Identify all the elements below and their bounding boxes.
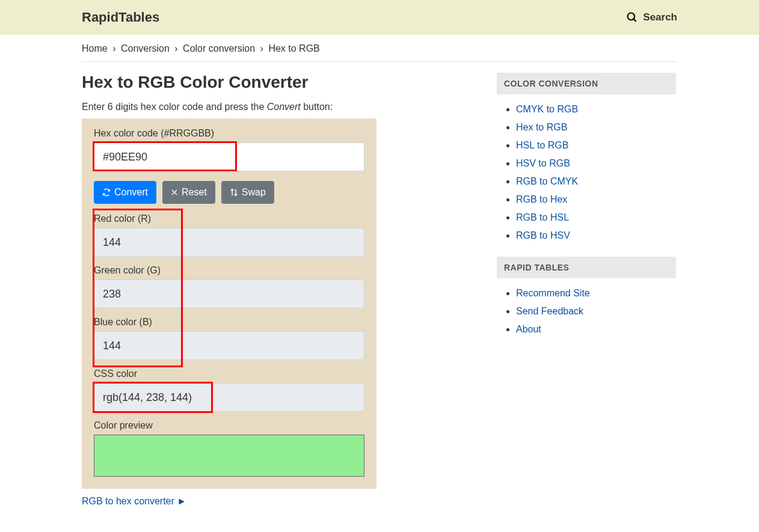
breadcrumb-sep: › [110, 43, 118, 54]
svg-point-0 [628, 13, 635, 20]
hex-label: Hex color code (#RRGGBB) [94, 128, 364, 139]
hex-input[interactable] [94, 142, 364, 171]
sidebar-link[interactable]: Recommend Site [516, 288, 590, 298]
sidebar-link[interactable]: HSV to RGB [516, 158, 570, 168]
green-output [94, 280, 364, 308]
sidebar-link[interactable]: CMYK to RGB [516, 104, 578, 114]
breadcrumb-sep: › [258, 43, 266, 54]
close-icon [171, 189, 178, 196]
sidebar-link[interactable]: RGB to Hex [516, 194, 567, 204]
breadcrumb-home[interactable]: Home [82, 43, 108, 54]
green-label: Green color (G) [94, 265, 364, 276]
sidebar-link[interactable]: RGB to HSL [516, 212, 569, 222]
blue-label: Blue color (B) [94, 317, 364, 328]
breadcrumb: Home › Conversion › Color conversion › H… [82, 35, 677, 62]
converter-panel: Hex color code (#RRGGBB) Convert Reset [82, 118, 376, 489]
sidebar-header-rapid: RAPID TABLES [497, 257, 676, 278]
convert-button[interactable]: Convert [94, 181, 156, 204]
refresh-icon [102, 188, 111, 197]
search-label: Search [643, 11, 677, 23]
swap-button[interactable]: Swap [221, 181, 274, 204]
preview-label: Color preview [94, 420, 364, 431]
color-preview [94, 435, 364, 477]
breadcrumb-color-conversion[interactable]: Color conversion [183, 43, 255, 54]
rgb-to-hex-link[interactable]: RGB to hex converter ► [82, 496, 186, 506]
breadcrumb-current: Hex to RGB [268, 43, 319, 54]
breadcrumb-conversion[interactable]: Conversion [121, 43, 170, 54]
sidebar-rapid-list: Recommend Site Send Feedback About [497, 278, 676, 350]
sidebar-link[interactable]: RGB to HSV [516, 230, 570, 240]
swap-icon [230, 188, 238, 197]
topbar: RapidTables Search [0, 0, 759, 35]
red-output [94, 228, 364, 257]
brand-logo[interactable]: RapidTables [82, 10, 159, 25]
css-label: CSS color [94, 368, 364, 379]
blue-output [94, 331, 364, 360]
page-title: Hex to RGB Color Converter [82, 73, 479, 92]
breadcrumb-sep: › [172, 43, 180, 54]
sidebar-link[interactable]: Hex to RGB [516, 122, 567, 132]
sidebar-link[interactable]: HSL to RGB [516, 140, 568, 150]
search-icon [626, 11, 638, 23]
search-button[interactable]: Search [626, 11, 677, 23]
intro-text: Enter 6 digits hex color code and press … [82, 102, 479, 112]
reset-button[interactable]: Reset [162, 181, 215, 204]
sidebar-link[interactable]: RGB to CMYK [516, 176, 578, 186]
sidebar-header-color: COLOR CONVERSION [497, 73, 676, 94]
sidebar-link[interactable]: Send Feedback [516, 306, 583, 316]
sidebar-link[interactable]: About [516, 324, 541, 334]
css-output [94, 383, 364, 412]
svg-line-1 [634, 19, 636, 22]
sidebar-color-list: CMYK to RGB Hex to RGB HSL to RGB HSV to… [497, 94, 676, 257]
red-label: Red color (R) [94, 213, 364, 224]
